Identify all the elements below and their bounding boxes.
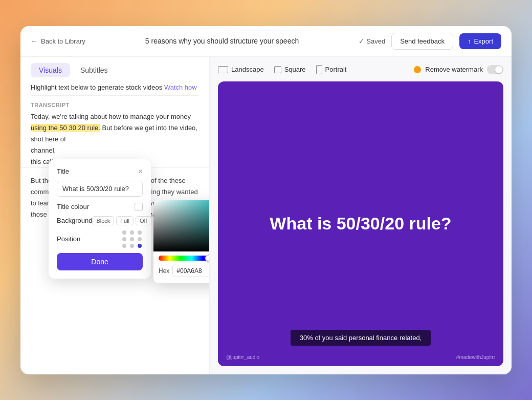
bg-block-button[interactable]: Block <box>92 216 114 225</box>
square-option[interactable]: Square <box>274 66 306 73</box>
saved-label: Saved <box>366 37 385 45</box>
dot-mr[interactable] <box>138 237 142 241</box>
watermark-section: Remove watermark <box>414 65 503 74</box>
bg-controls: Block Full Off <box>92 216 162 225</box>
page-title: 5 reasons why you should structure your … <box>85 37 359 45</box>
export-button[interactable]: ↑ Export <box>459 33 501 49</box>
color-picker-popup: Hex <box>153 200 210 283</box>
transcript-text-before: Today, we're talking about how to manage… <box>31 113 191 120</box>
back-arrow-icon: ← <box>31 37 38 45</box>
dot-bc[interactable] <box>130 244 134 248</box>
left-panel: Visuals Subtitles Highlight text below t… <box>20 57 210 374</box>
back-label: Back to Library <box>41 37 85 45</box>
tabs-bar: Visuals Subtitles <box>20 57 209 77</box>
color-rainbow-slider[interactable] <box>159 256 210 261</box>
export-label: Export <box>474 37 493 45</box>
background-row: Background Block Full Off <box>57 216 143 225</box>
transcript-channel: channel, <box>31 146 56 154</box>
portrait-option[interactable]: Portrait <box>316 65 347 74</box>
portrait-label: Portrait <box>325 66 347 73</box>
popup-close-button[interactable]: × <box>138 167 143 176</box>
popup-header: Title × <box>57 167 143 176</box>
dot-tl[interactable] <box>122 230 126 235</box>
square-icon <box>274 66 281 73</box>
position-row: Position <box>57 230 143 248</box>
bg-off-button[interactable]: Off <box>136 216 151 225</box>
watch-how-link[interactable]: Watch how <box>164 83 197 91</box>
landscape-icon <box>218 66 228 73</box>
position-label: Position <box>57 235 80 243</box>
dot-bl[interactable] <box>122 244 126 248</box>
bg-full-button[interactable]: Full <box>116 216 134 225</box>
title-input[interactable] <box>57 181 143 197</box>
saved-badge: ✓ Saved <box>359 37 385 45</box>
back-to-library-link[interactable]: ← Back to Library <box>31 37 85 45</box>
position-dots[interactable] <box>122 230 143 248</box>
dot-ml[interactable] <box>122 237 126 241</box>
hint-label: Highlight text below to generate stock v… <box>31 83 162 91</box>
hex-input[interactable] <box>172 265 210 277</box>
hint-text: Highlight text below to generate stock v… <box>20 77 209 95</box>
check-icon: ✓ <box>359 37 364 45</box>
toggle-thumb <box>495 66 502 73</box>
title-colour-label: Title colour <box>57 203 89 210</box>
transcript-label: TRANSCRIPT <box>20 96 209 111</box>
square-label: Square <box>284 66 306 73</box>
watermark-dot-icon <box>414 66 421 73</box>
tab-subtitles[interactable]: Subtitles <box>72 63 116 77</box>
portrait-icon <box>316 65 322 74</box>
video-watermark-right: #madewithJupitrr <box>456 354 495 360</box>
background-label: Background <box>57 217 92 224</box>
watermark-toggle[interactable] <box>487 65 503 74</box>
transcript-highlighted: using the 50 30 20 rule. <box>31 124 100 132</box>
hex-label: Hex <box>159 267 169 275</box>
tab-visuals[interactable]: Visuals <box>31 63 70 77</box>
title-colour-row: Title colour <box>57 203 143 211</box>
watermark-label: Remove watermark <box>425 66 483 73</box>
dot-tr[interactable] <box>138 230 142 235</box>
popup-title-label: Title <box>57 167 69 175</box>
hex-row: Hex <box>153 261 210 277</box>
dot-tc[interactable] <box>130 230 134 235</box>
title-colour-checkbox[interactable] <box>135 203 143 211</box>
color-gradient[interactable] <box>153 200 210 251</box>
send-feedback-button[interactable]: Send feedback <box>391 33 453 50</box>
dot-mc[interactable] <box>130 237 134 241</box>
video-watermark-left: @jupitrr_audio <box>226 354 259 360</box>
app-header: ← Back to Library 5 reasons why you shou… <box>20 26 512 57</box>
landscape-label: Landscape <box>231 66 264 73</box>
video-preview: What is 50/30/20 rule? 30% of you said p… <box>218 81 503 366</box>
video-subtitle-bar: 30% of you said personal finance related… <box>291 330 431 346</box>
landscape-option[interactable]: Landscape <box>218 66 264 73</box>
done-button[interactable]: Done <box>57 253 143 270</box>
main-content: Visuals Subtitles Highlight text below t… <box>20 57 512 374</box>
video-main-title: What is 50/30/20 rule? <box>249 214 472 234</box>
header-actions: ✓ Saved Send feedback ↑ Export <box>359 33 501 50</box>
rainbow-thumb <box>205 255 210 262</box>
title-popup-card: Title × Title colour Background Block Fu… <box>49 159 151 279</box>
export-icon: ↑ <box>468 37 471 45</box>
right-panel: Landscape Square Portrait Remove waterma… <box>210 57 512 374</box>
dot-br[interactable] <box>138 244 142 248</box>
orientation-bar: Landscape Square Portrait Remove waterma… <box>218 65 503 74</box>
